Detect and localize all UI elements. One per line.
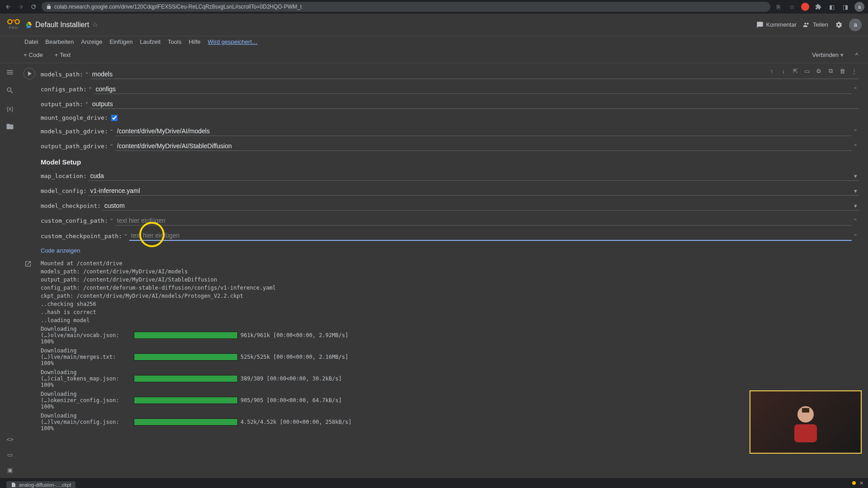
download-label: Downloading (…)olve/main/vocab.json: 100…	[41, 326, 131, 345]
configs-path-input[interactable]	[94, 84, 852, 94]
custom-config-label: custom_config_path:	[41, 217, 108, 224]
move-up-icon[interactable]: ↑	[767, 66, 777, 76]
variables-icon[interactable]: {x}	[5, 104, 14, 113]
search-icon[interactable]	[5, 86, 14, 95]
download-progress-list: Downloading (…)olve/main/vocab.json: 100…	[41, 324, 859, 433]
download-stats: 4.52k/4.52k [00:00<00:00, 258kB/s]	[241, 419, 352, 425]
svg-point-1	[15, 19, 19, 23]
lock-icon	[46, 4, 52, 9]
document-title-area: Default Installiert ☆	[25, 20, 98, 29]
comment-button[interactable]: Kommentar	[756, 21, 797, 28]
mount-drive-checkbox[interactable]	[111, 115, 118, 121]
colab-header: PRO Default Installiert ☆ Kommentar Teil…	[0, 14, 868, 36]
download-stats: 389/389 [00:00<00:00, 30.2kB/s]	[241, 375, 342, 382]
show-code-button[interactable]: Code anzeigen	[41, 244, 859, 258]
bookmark-icon[interactable]: ☆	[788, 2, 797, 11]
command-palette-icon[interactable]: ▭	[5, 450, 14, 459]
output-gdrive-label: output_path_gdrive:	[41, 143, 108, 150]
settings-button[interactable]	[835, 21, 843, 29]
star-icon[interactable]: ☆	[92, 20, 98, 29]
notebook-area[interactable]: ↑ ↓ ⇱ ▭ ⚙ ⧉ 🗑 ⋮ models_path:" configs_pa…	[20, 63, 868, 478]
progress-bar	[134, 397, 238, 404]
toc-icon[interactable]	[5, 68, 14, 77]
menu-view[interactable]: Anzeige	[81, 38, 102, 45]
model-checkpoint-label: model_checkpoint:	[41, 202, 101, 209]
menu-runtime[interactable]: Laufzeit	[140, 38, 161, 45]
custom-checkpoint-label: custom_checkpoint_path:	[41, 233, 122, 239]
output-toggle-icon[interactable]	[24, 260, 33, 269]
forward-button[interactable]	[16, 2, 25, 11]
document-title[interactable]: Default Installiert	[35, 21, 89, 29]
add-text-button[interactable]: +Text	[51, 50, 74, 60]
models-path-input[interactable]	[90, 70, 859, 79]
menu-bar: Datei Bearbeiten Anzeige Einfügen Laufze…	[0, 36, 868, 47]
model-checkpoint-select[interactable]: custom▾	[103, 201, 859, 211]
mount-drive-label: mount_google_drive:	[41, 114, 108, 121]
comment-icon[interactable]: ▭	[802, 66, 812, 76]
move-down-icon[interactable]: ↓	[778, 66, 788, 76]
mirror-icon[interactable]: ⧉	[826, 66, 835, 76]
browser-toolbar: colab.research.google.com/drive/120CdqpI…	[0, 0, 868, 14]
drive-icon	[25, 21, 33, 28]
output-gdrive-input[interactable]	[115, 141, 852, 151]
run-cell-button[interactable]	[24, 68, 35, 80]
download-row: Downloading (…)lve/main/config.json: 100…	[41, 411, 859, 433]
custom-checkpoint-input[interactable]	[129, 231, 852, 241]
files-icon[interactable]	[5, 122, 14, 131]
model-config-select[interactable]: v1-inference.yaml▾	[88, 186, 859, 196]
download-label: Downloading (…)lve/main/merges.txt: 100%	[41, 347, 131, 366]
pro-badge: PRO	[9, 26, 18, 30]
notebook-toolbar: +Code +Text Verbinden ▾ ^	[0, 47, 868, 63]
model-setup-heading: Model Setup	[41, 154, 859, 169]
output-path-label: output_path:	[41, 101, 83, 108]
output-path-input[interactable]	[90, 99, 859, 109]
left-rail-bottom: <> ▭ ▣	[0, 435, 20, 478]
map-location-select[interactable]: cuda▾	[88, 171, 859, 181]
chevron-down-icon: ▾	[854, 202, 857, 209]
progress-bar	[134, 332, 238, 339]
download-row: Downloading (…)okenizer_config.json: 100…	[41, 389, 859, 411]
menu-tools[interactable]: Tools	[168, 38, 181, 45]
connect-button[interactable]: Verbinden ▾	[808, 50, 847, 60]
cell-settings-icon[interactable]: ⚙	[814, 66, 824, 76]
menu-file[interactable]: Datei	[24, 38, 38, 45]
user-avatar[interactable]: a	[849, 19, 862, 31]
install-icon[interactable]: ⎘	[774, 2, 783, 11]
code-snippets-icon[interactable]: <>	[5, 435, 14, 444]
reload-button[interactable]	[29, 2, 38, 11]
cell-toolbar: ↑ ↓ ⇱ ▭ ⚙ ⧉ 🗑 ⋮	[767, 66, 859, 76]
chevron-down-icon: ▾	[854, 173, 857, 179]
output-text: Mounted at /content/drive models_path: /…	[41, 259, 859, 324]
extension-icon[interactable]	[801, 3, 809, 11]
webcam-overlay	[750, 390, 862, 454]
link-icon[interactable]: ⇱	[790, 66, 800, 76]
toolbar-toggle-button[interactable]: ^	[852, 50, 862, 60]
delete-icon[interactable]: 🗑	[837, 66, 847, 76]
sidepanel-icon[interactable]: ◧	[827, 2, 836, 11]
browser-extensions: ⎘ ☆ ◧ ◨ a	[774, 2, 864, 12]
address-bar[interactable]: colab.research.google.com/drive/120CdqpI…	[42, 2, 770, 12]
menu-help[interactable]: Hilfe	[189, 38, 200, 45]
puzzle-icon[interactable]	[814, 2, 823, 11]
download-row: Downloading (…)lve/main/merges.txt: 100%…	[41, 346, 859, 368]
share-button[interactable]: Teilen	[803, 21, 828, 28]
custom-config-input[interactable]	[115, 216, 852, 225]
menu-insert[interactable]: Einfügen	[109, 38, 132, 45]
models-path-label: models_path:	[41, 71, 83, 78]
sidepanel2-icon[interactable]: ◨	[841, 2, 850, 11]
download-stats: 961k/961k [00:00<00:00, 2.92MB/s]	[241, 332, 348, 338]
progress-bar	[134, 375, 238, 382]
add-code-button[interactable]: +Code	[20, 50, 47, 60]
svg-rect-3	[802, 408, 809, 413]
menu-edit[interactable]: Bearbeiten	[45, 38, 74, 45]
back-button[interactable]	[4, 2, 13, 11]
left-rail: {x}	[0, 63, 20, 478]
colab-logo[interactable]: PRO	[6, 18, 21, 32]
url-text: colab.research.google.com/drive/120CdqpI…	[54, 4, 302, 10]
download-label: Downloading (…)okenizer_config.json: 100…	[41, 391, 131, 410]
more-icon[interactable]: ⋮	[849, 66, 859, 76]
models-gdrive-input[interactable]	[115, 127, 852, 136]
browser-avatar[interactable]: a	[854, 2, 864, 12]
download-label: Downloading (…)cial_tokens_map.json: 100…	[41, 369, 131, 388]
terminal-icon[interactable]: ▣	[5, 465, 14, 474]
